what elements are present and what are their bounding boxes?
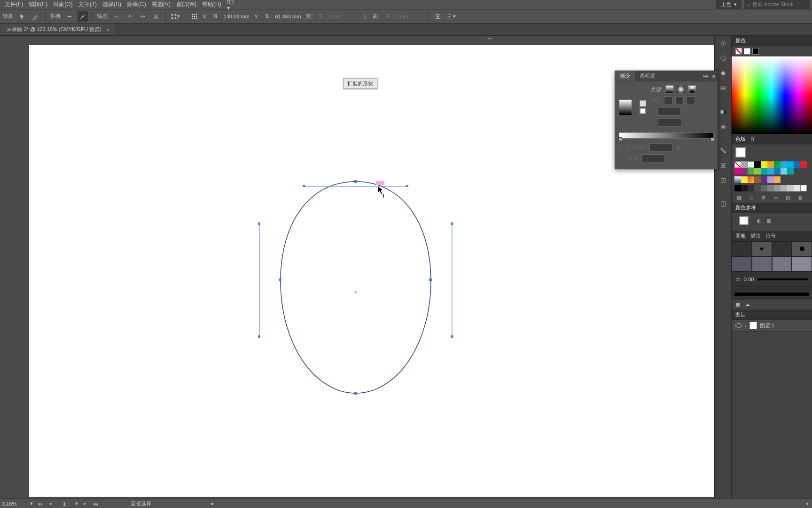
align-icon[interactable] [718,160,729,171]
swatch-menu-icon[interactable]: ☰ [748,194,755,201]
link-wh-icon[interactable]: ⛓ [359,11,370,22]
swatch-lib-icon[interactable]: ▦ [735,194,743,201]
brush-lib-icon[interactable]: ▦ [735,302,740,308]
layer-row[interactable]: › 图层 1 [732,320,812,332]
symbols-tab[interactable]: 符号 [765,232,776,239]
pattern-brush-row[interactable] [732,256,812,271]
menu-window[interactable]: 窗口(W) [173,0,199,9]
stroke-within-icon[interactable] [664,96,672,105]
calligraphic-row[interactable]: ▭ 3.00 [732,271,812,286]
collapse-panel-icon[interactable]: ▸▸ [703,71,710,81]
swatch-new-icon[interactable]: ▤ [784,194,792,201]
y-input[interactable] [275,14,303,19]
menu-layout-icon[interactable]: ▾ [224,0,236,12]
menu-file[interactable]: 文件(F) [2,0,26,9]
aspect-input[interactable] [658,119,681,127]
menu-object[interactable]: 对象(O) [50,0,75,9]
transparency-icon[interactable] [718,121,729,133]
anchor-convert-icon[interactable] [111,11,122,22]
visibility-icon[interactable] [735,323,742,328]
stroke-across-icon[interactable] [687,96,695,105]
reference-point-icon[interactable] [189,11,200,22]
brushes-tab[interactable]: 画笔 [735,232,746,239]
handle-show-icon[interactable] [64,11,75,22]
libraries-tab[interactable]: 库 [750,135,756,143]
stock-search[interactable]: ⌕ 搜索 Adobe Stock [744,0,810,9]
x-input[interactable] [224,14,252,19]
fill-swatch[interactable] [735,48,742,55]
menu-view[interactable]: 视图(V) [149,0,173,9]
angle-input[interactable] [657,108,681,116]
document-tab[interactable]: 未标题-2* @ 123.16% (CMYK/GPU 预览) × [0,24,116,35]
h-input[interactable] [396,14,424,19]
menu-effect[interactable]: 效果(C) [124,0,149,9]
swatch-grid[interactable] [732,160,812,175]
swatch-new-group-icon[interactable]: ▭ [772,194,780,201]
align-dropdown-icon[interactable]: ▾ [446,11,456,22]
brush-libraries-icon[interactable]: ☁ [745,302,750,308]
stroke-tab[interactable]: 描边 [750,232,761,239]
anchor-corner-icon[interactable] [125,11,135,22]
swatch-delete-icon[interactable]: 🗑 [796,194,804,201]
pen-icon[interactable] [31,11,41,22]
last-artboard-icon[interactable]: ⏭ [92,501,99,507]
stroke-swatch-b[interactable] [752,48,759,55]
color-spectrum[interactable] [732,56,812,134]
gradient-panel[interactable]: 渐变 透明度 ▸▸ ≡ 类型: 描边 [615,71,718,169]
layers-title[interactable]: 图层 [735,311,746,318]
close-icon[interactable]: × [106,27,109,32]
direct-select-icon[interactable] [17,11,28,22]
stroke-swatch-w[interactable] [744,48,750,55]
transparency-tab[interactable]: 透明度 [635,71,660,81]
swatch-options-icon[interactable]: ⚙ [760,194,767,201]
gradient-slider[interactable] [619,132,714,139]
stop-position-input[interactable] [641,154,665,162]
delete-stop-icon[interactable]: 🗑 [676,145,681,151]
panel-collapse-icon[interactable]: ◂◂ [487,36,493,41]
freeform-gradient-icon[interactable] [688,85,696,94]
panel-menu-icon[interactable]: ≡ [710,71,718,81]
anchor-remove-icon[interactable] [138,11,148,22]
h-stepper-icon[interactable]: ⇅ [383,11,393,22]
y-stepper-icon[interactable]: ⇅ [262,11,272,22]
align-grid-icon[interactable]: ▾ [170,11,180,22]
gradient-stop-left[interactable] [618,137,622,141]
gradient-stroke-swap[interactable] [640,108,646,114]
graphic-styles-icon[interactable] [718,83,729,94]
x-stepper-icon[interactable]: ⇅ [211,11,221,22]
gradient-stop-right[interactable] [710,137,714,141]
asset-export-icon[interactable] [718,198,729,210]
current-swatch[interactable] [735,147,746,158]
appearance-icon[interactable] [718,68,729,79]
gradient-preview[interactable] [619,99,632,115]
layer-name[interactable]: 图层 1 [760,322,774,329]
first-artboard-icon[interactable]: ⏮ [37,501,43,507]
w-input[interactable] [328,14,357,19]
radial-gradient-icon[interactable] [677,85,685,94]
stop-opacity-input[interactable] [649,143,673,151]
harmony-grid-icon[interactable]: ▦ [766,218,771,224]
brush-size-value[interactable]: 3.00 [744,277,754,282]
color-panel-title[interactable]: 颜色 [735,37,746,44]
artboard-number-input[interactable] [57,501,71,507]
scroll-left-icon[interactable]: ◂ [804,500,810,507]
harmony-icon[interactable]: ◐ [757,218,762,224]
menu-type[interactable]: 文字(T) [76,0,100,9]
base-color[interactable] [739,216,749,225]
status-play-icon[interactable]: ▸ [211,500,214,507]
w-stepper-icon[interactable]: ⇅ [315,11,326,22]
color-guide-title[interactable]: 颜色参考 [735,204,756,211]
brush-presets-row[interactable] [732,241,812,256]
properties-icon[interactable] [718,38,729,49]
transform-icon[interactable] [718,175,729,186]
artboard-dropdown-icon[interactable]: ▾ [75,500,78,507]
menu-edit[interactable]: 编辑(E) [26,0,50,9]
gradient-tab[interactable]: 渐变 [615,71,635,81]
eyedropper-icon[interactable]: ✎ [619,144,623,151]
zoom-input[interactable] [2,501,26,507]
art-brush-row[interactable] [732,286,812,300]
swatches-tab[interactable]: 色板 [735,135,746,143]
workspace-switcher[interactable]: 上色 ▾ [716,0,742,9]
menu-select[interactable]: 选择(S) [100,0,124,9]
vector-shape[interactable] [29,45,714,497]
